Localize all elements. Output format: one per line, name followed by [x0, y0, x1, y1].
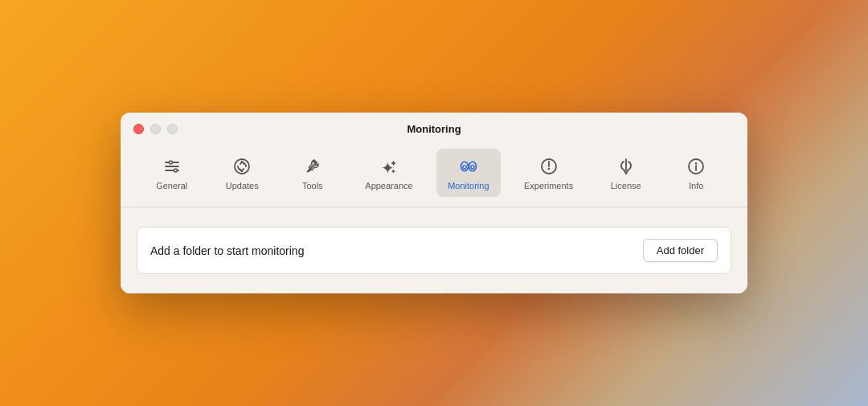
- content-area: Add a folder to start monitoring Add fol…: [121, 207, 747, 293]
- tab-tools-label: Tools: [302, 181, 323, 191]
- minimize-button[interactable]: [150, 124, 161, 134]
- svg-point-24: [695, 162, 697, 164]
- license-icon: [615, 155, 637, 178]
- info-icon: [685, 155, 707, 178]
- svg-text:✦: ✦: [391, 168, 396, 175]
- svg-point-14: [464, 166, 465, 168]
- updates-icon: [231, 155, 253, 178]
- monitoring-empty-message: Add a folder to start monitoring: [150, 244, 304, 257]
- svg-point-5: [169, 161, 172, 164]
- tab-experiments[interactable]: Experiments: [513, 149, 584, 197]
- window-title: Monitoring: [407, 123, 461, 135]
- maximize-button[interactable]: [167, 124, 178, 134]
- tab-general-label: General: [156, 181, 187, 191]
- tools-icon: [301, 155, 324, 178]
- tab-tools[interactable]: Tools: [284, 149, 342, 197]
- svg-point-21: [624, 169, 626, 170]
- tab-updates-label: Updates: [226, 181, 259, 191]
- svg-text:✦: ✦: [390, 158, 397, 168]
- tab-license-label: License: [611, 181, 641, 191]
- monitoring-empty-state: Add a folder to start monitoring Add fol…: [137, 227, 731, 274]
- traffic-lights: [133, 124, 178, 134]
- titlebar: Monitoring: [121, 113, 747, 142]
- appearance-icon: ✦ ✦ ✦: [378, 155, 400, 178]
- svg-point-6: [174, 169, 177, 172]
- monitoring-icon: [457, 155, 480, 178]
- close-button[interactable]: [133, 124, 144, 134]
- tab-experiments-label: Experiments: [524, 181, 573, 191]
- app-window: Monitoring General: [121, 113, 747, 293]
- tab-monitoring[interactable]: Monitoring: [436, 149, 500, 197]
- tab-updates[interactable]: Updates: [213, 149, 271, 197]
- toolbar: General Updates: [121, 142, 747, 207]
- tab-monitoring-label: Monitoring: [448, 181, 489, 191]
- add-folder-button[interactable]: Add folder: [643, 239, 718, 262]
- general-icon: [161, 155, 183, 178]
- svg-point-17: [472, 166, 473, 168]
- tab-appearance[interactable]: ✦ ✦ ✦ Appearance: [354, 149, 424, 197]
- svg-point-20: [547, 168, 550, 170]
- tab-appearance-label: Appearance: [365, 181, 412, 191]
- tab-info[interactable]: Info: [667, 149, 725, 197]
- tab-info-label: Info: [689, 181, 703, 191]
- tab-license[interactable]: License: [597, 149, 655, 197]
- experiments-icon: [538, 155, 560, 178]
- tab-general[interactable]: General: [143, 149, 201, 197]
